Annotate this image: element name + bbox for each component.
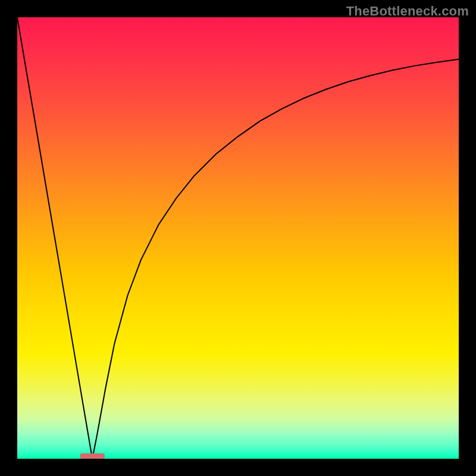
chart-gradient-background xyxy=(17,17,459,459)
watermark-text: TheBottleneck.com xyxy=(346,4,469,19)
